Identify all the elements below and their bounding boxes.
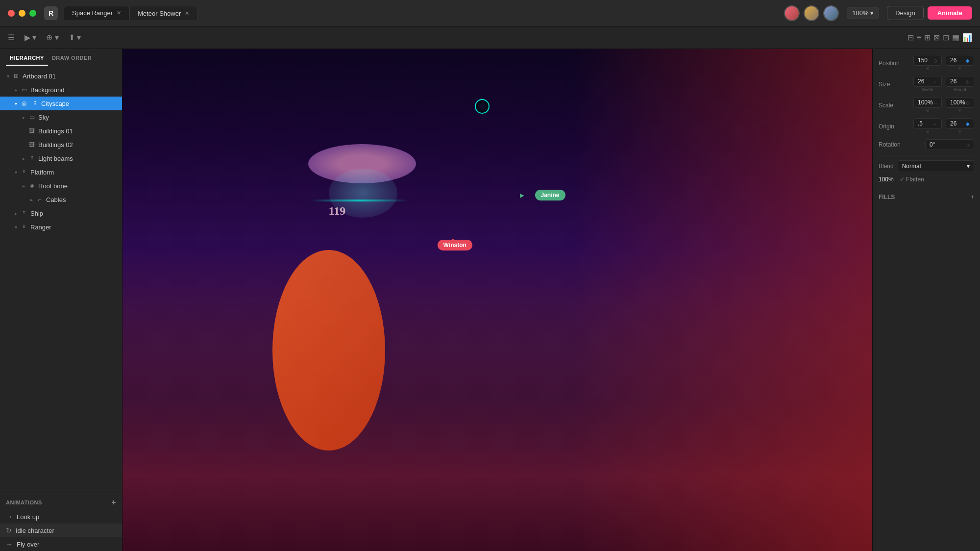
tree-label-platform: Platform (30, 169, 54, 176)
canvas-area[interactable]: 119 Janine Winston ▸ ▸ (122, 49, 872, 551)
rotation-field[interactable]: 0° ◇ (925, 139, 974, 150)
chart-icon[interactable]: 📊 (962, 33, 972, 42)
expand-platform[interactable]: ▾ (12, 168, 20, 176)
origin-x-label: X (926, 129, 929, 134)
fills-row: FILLS + (879, 193, 974, 200)
window-controls (8, 10, 36, 17)
fills-add-button[interactable]: + (970, 193, 974, 200)
tree-item-artboard[interactable]: ▾ ⊞ Artboard 01 (0, 69, 122, 83)
blend-label: Blend (879, 163, 894, 170)
anim-item-flyover[interactable]: → Fly over (0, 537, 122, 551)
origin-y-diamond[interactable]: ◆ (966, 121, 970, 126)
position-y-field[interactable]: 26 ◆ (946, 55, 974, 66)
tree-item-buildings01[interactable]: 🖼 Buildings 01 (0, 124, 122, 138)
play-icon[interactable]: ▶ ▾ (24, 33, 36, 42)
menu-icon[interactable]: ☰ (8, 33, 15, 42)
tree-item-ranger[interactable]: ▾ ⠿ Ranger (0, 220, 122, 234)
anim-item-lookup[interactable]: → Look up (0, 510, 122, 524)
tree-label-buildings01: Buildings 01 (38, 127, 73, 135)
tab-meteor-shower[interactable]: Meteor Shower ✕ (129, 6, 197, 20)
align-icon-3[interactable]: ⊞ (924, 33, 931, 42)
expand-lightbeams[interactable]: ▸ (20, 154, 27, 162)
tab-draw-order[interactable]: DRAW ORDER (48, 53, 96, 66)
canvas-viewport[interactable]: 119 Janine Winston ▸ ▸ (122, 49, 872, 551)
maximize-button[interactable] (29, 10, 36, 17)
left-sidebar: HIERARCHY DRAW ORDER ▾ ⊞ Artboard 01 ▸ ▭… (0, 49, 122, 551)
tree-label-cityscape: Cityscape (41, 100, 69, 107)
align-icon-1[interactable]: ⊟ (907, 33, 914, 42)
size-h-field[interactable]: 26 ◇ (946, 76, 974, 87)
scale-y-diamond[interactable]: ◇ (966, 100, 970, 105)
tree-label-lightbeams: Light beams (38, 155, 73, 162)
zoom-control[interactable]: 100% ▾ (847, 7, 879, 19)
expand-cityscape[interactable]: ▾ (12, 100, 20, 107)
origin-y-label: Y (958, 129, 961, 134)
animate-button[interactable]: Animate (928, 6, 972, 20)
size-w-field[interactable]: 26 ↔ (913, 76, 942, 87)
tree-label-cables: Cables (46, 196, 66, 203)
animations-add-button[interactable]: + (111, 498, 116, 507)
expand-ranger[interactable]: ▾ (12, 223, 20, 231)
anim-item-idle[interactable]: ↻ Idle character (0, 524, 122, 537)
position-row: Position 150 ◇ X 26 ◆ Y (879, 55, 974, 71)
minimize-button[interactable] (19, 10, 25, 17)
scale-y-field[interactable]: 100% ◇ (946, 97, 974, 108)
origin-x-diamond[interactable]: ↔ (932, 121, 937, 126)
expand-ship[interactable]: ▸ (12, 209, 20, 217)
tree-label-ranger: Ranger (30, 224, 51, 231)
tab-hierarchy[interactable]: HIERARCHY (6, 53, 48, 66)
align-icon-6[interactable]: ▦ (952, 33, 959, 42)
blend-select[interactable]: Normal ▾ (898, 160, 974, 172)
anim-label-lookup: Look up (17, 513, 39, 521)
scale-x-field[interactable]: 100% ↔ (913, 97, 942, 108)
hierarchy-tree: ▾ ⊞ Artboard 01 ▸ ▭ Background ▾ ◎ ⠿ Cit… (0, 66, 122, 495)
tab-meteor-shower-label: Meteor Shower (138, 10, 181, 17)
tab-space-ranger-close[interactable]: ✕ (117, 10, 121, 16)
expand-rootbone[interactable]: ▸ (20, 182, 27, 190)
tree-item-cables[interactable]: ▸ ⌐ Cables (0, 193, 122, 206)
tree-item-ship[interactable]: ▸ ⠿ Ship (0, 206, 122, 220)
align-icon-5[interactable]: ⊡ (943, 33, 949, 42)
expand-background[interactable]: ▸ (12, 86, 20, 94)
tree-item-buildings02[interactable]: 🖼 Buildings 02 (0, 138, 122, 151)
opacity-value[interactable]: 100% (879, 176, 894, 183)
tree-item-sky[interactable]: ▸ ▭ Sky (0, 110, 122, 124)
expand-cables[interactable]: ▸ (27, 196, 35, 203)
size-label: Size (879, 81, 890, 88)
position-y-label: Y (958, 66, 961, 71)
design-button[interactable]: Design (887, 6, 923, 20)
scale-row: Scale 100% ↔ X 100% ◇ Y (879, 97, 974, 113)
tree-item-background[interactable]: ▸ ▭ Background (0, 83, 122, 97)
export-icon[interactable]: ⬆ ▾ (69, 33, 81, 42)
align-icon-2[interactable]: ≡ (917, 33, 921, 42)
tree-item-cityscape[interactable]: ▾ ◎ ⠿ Cityscape (0, 97, 122, 110)
tree-item-lightbeams[interactable]: ▸ ⠿ Light beams (0, 151, 122, 165)
scale-x-label: X (926, 108, 929, 113)
cityscape-dots-icon: ⠿ (30, 99, 39, 108)
close-button[interactable] (8, 10, 15, 17)
position-y-diamond[interactable]: ◆ (966, 58, 970, 63)
origin-label: Origin (879, 123, 894, 130)
flatten-button[interactable]: ✓ Flatten (900, 176, 924, 183)
tab-space-ranger[interactable]: Space Ranger ✕ (64, 6, 129, 20)
expand-sky[interactable]: ▸ (20, 113, 27, 121)
scale-x-diamond[interactable]: ↔ (933, 100, 938, 105)
avatar-3 (823, 5, 839, 21)
lookup-arrow-icon: → (6, 513, 13, 521)
align-icon-4[interactable]: ⊠ (933, 33, 940, 42)
expand-artboard[interactable]: ▾ (4, 72, 12, 80)
right-panel: Position 150 ◇ X 26 ◆ Y (872, 49, 980, 551)
position-x-diamond[interactable]: ◇ (933, 58, 937, 63)
origin-x-field[interactable]: .5 ↔ (913, 118, 942, 129)
tree-item-rootbone[interactable]: ▸ ◈ Root bone (0, 179, 122, 193)
position-x-field[interactable]: 150 ◇ (913, 55, 942, 66)
size-w-diamond[interactable]: ↔ (932, 79, 937, 84)
origin-y-field[interactable]: 26 ◆ (946, 118, 974, 129)
rotation-diamond[interactable]: ◇ (966, 142, 970, 148)
size-h-diamond[interactable]: ◇ (966, 79, 970, 84)
platform-icon: ⠿ (20, 168, 28, 176)
tree-item-platform[interactable]: ▾ ⠿ Platform (0, 165, 122, 179)
add-icon[interactable]: ⊕ ▾ (46, 33, 58, 42)
tab-meteor-shower-close[interactable]: ✕ (185, 10, 189, 17)
sky-icon: ▭ (27, 113, 36, 122)
